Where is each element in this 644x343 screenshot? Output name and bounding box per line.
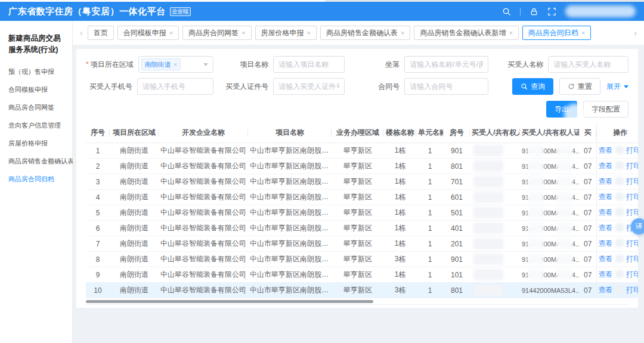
table-row[interactable]: 3 南朗街道 中山翠谷智能装备有限公司 中山市翠亨新区南朗股份合... 翠亨新区…	[86, 174, 638, 190]
redacted-name-blur	[473, 285, 503, 296]
table-row[interactable]: 5 南朗街道 中山翠谷智能装备有限公司 中山市翠亨新区南朗股份合... 翠亨新区…	[86, 205, 638, 221]
cell-buyer-name: ...	[470, 190, 520, 205]
view-link[interactable]: 查看	[599, 146, 613, 154]
page-tab[interactable]: 首页	[88, 26, 114, 40]
print-link[interactable]: 打印 ∨	[626, 255, 638, 263]
view-link[interactable]: 查看	[599, 270, 613, 279]
contract-no-input[interactable]	[404, 78, 488, 95]
page-tab[interactable]: 商品房销售金额确认表 ×	[320, 26, 410, 40]
cell-room: 901	[444, 252, 470, 267]
translate-float-button[interactable]: 译	[631, 218, 644, 234]
buyer-name-input[interactable]	[548, 56, 628, 73]
sidebar-item[interactable]: 商品房合同网签	[8, 99, 72, 117]
print-label: 打印	[626, 270, 638, 279]
horizontal-scrollbar[interactable]	[86, 299, 628, 304]
cell-seq: 3	[86, 174, 110, 190]
redacted-action-blur	[615, 162, 624, 169]
view-link[interactable]: 查看	[599, 286, 613, 294]
sidebar-item[interactable]: 合同模板申报	[8, 81, 72, 99]
tab-close-icon[interactable]: ×	[401, 29, 404, 36]
field-config-button[interactable]: 字段配置	[583, 101, 628, 118]
cell-unit: 1	[416, 190, 444, 205]
redacted-cert-blur	[528, 269, 544, 280]
print-label: 打印	[626, 208, 638, 217]
lock-icon[interactable]	[530, 7, 538, 16]
view-link[interactable]: 查看	[599, 193, 613, 201]
cell-buyer-cert: 91442000MA53L4...	[520, 267, 580, 283]
results-table: 序号 项目所在区域 开发企业名称 项目名称 业务办理区域 楼栋名称	[86, 123, 638, 298]
project-name-input[interactable]	[273, 56, 345, 73]
print-link[interactable]: 打印 ∨	[626, 146, 638, 154]
view-link[interactable]: 查看	[599, 177, 613, 186]
cell-project: 中山市翠亨新区南朗股份合...	[248, 267, 332, 283]
tab-close-icon[interactable]: ×	[581, 29, 585, 36]
sidebar-item[interactable]: 商品房销售金额确认表	[8, 153, 72, 171]
print-link[interactable]: 打印 ∨	[626, 208, 638, 217]
page-tab[interactable]: 房屋价格申报 ×	[255, 26, 317, 40]
page-tab[interactable]: 商品房销售金额确认表新增 ×	[414, 26, 518, 40]
region-select[interactable]: 南朗街道 ×	[138, 56, 214, 73]
sidebar-item[interactable]: 预（现）售申报	[8, 63, 72, 81]
print-link[interactable]: 打印 ∨	[626, 162, 638, 170]
scrollbar-thumb[interactable]	[86, 300, 373, 303]
view-link[interactable]: 查看	[599, 224, 613, 232]
cell-company: 中山翠谷智能装备有限公司	[159, 190, 248, 205]
table-row[interactable]: 7 南朗街道 中山翠谷智能装备有限公司 中山市翠亨新区南朗股份合... 翠亨新区…	[86, 236, 638, 252]
print-link[interactable]: 打印 ∨	[626, 193, 638, 201]
tab-close-icon[interactable]: ×	[307, 29, 311, 36]
location-label: 坐落	[353, 60, 400, 70]
buyer-id-input[interactable]	[273, 78, 345, 95]
table-row[interactable]: 1 南朗街道 中山翠谷智能装备有限公司 中山市翠亨新区南朗股份合... 翠亨新区…	[86, 143, 638, 159]
location-input[interactable]	[404, 56, 488, 73]
table-row[interactable]: 2 南朗街道 中山翠谷智能装备有限公司 中山市翠亨新区南朗股份合... 翠亨新区…	[86, 159, 638, 174]
region-tag[interactable]: 南朗街道 ×	[141, 58, 181, 70]
tabs-next-icon[interactable]: ›	[633, 28, 638, 38]
fullscreen-icon[interactable]	[547, 7, 556, 16]
column-header: 序号	[86, 123, 110, 143]
tab-close-icon[interactable]: ×	[509, 29, 512, 36]
tag-close-icon[interactable]: ×	[174, 61, 177, 68]
column-header: 买受人/共有权人证件号	[520, 123, 580, 143]
enterprise-badge: 企业端	[170, 7, 191, 16]
table-row[interactable]: 6 南朗街道 中山翠谷智能装备有限公司 中山市翠亨新区南朗股份合... 翠亨新区…	[86, 221, 638, 236]
redacted-name-blur	[473, 223, 503, 234]
table-row[interactable]: 10 南朗街道 中山翠谷智能装备有限公司 中山市翠亨新区南朗股份合... 翠亨新…	[86, 283, 638, 298]
print-link[interactable]: 打印 ∨	[626, 286, 638, 294]
table-row[interactable]: 8 南朗街道 中山翠谷智能装备有限公司 中山市翠亨新区南朗股份合... 翠亨新区…	[86, 252, 638, 267]
expand-link[interactable]: 展开	[606, 82, 628, 92]
tab-close-icon[interactable]: ×	[242, 29, 245, 36]
table-row[interactable]: 9 南朗街道 中山翠谷智能装备有限公司 中山市翠亨新区南朗股份合... 翠亨新区…	[86, 267, 638, 283]
page-tab[interactable]: 商品房合同归档 ×	[522, 26, 591, 40]
export-button[interactable]: 导出	[546, 101, 577, 118]
search-icon[interactable]	[502, 7, 511, 16]
print-label: 打印	[626, 286, 638, 294]
buyer-phone-input[interactable]	[137, 78, 213, 95]
cert-text: 91442000MA53L4...	[522, 287, 580, 294]
view-link[interactable]: 查看	[599, 239, 613, 248]
cell-company: 中山翠谷智能装备有限公司	[159, 221, 248, 236]
table-row[interactable]: 4 南朗街道 中山翠谷智能装备有限公司 中山市翠亨新区南朗股份合... 翠亨新区…	[86, 190, 638, 205]
cell-building: 1栋	[384, 221, 416, 236]
sidebar-item[interactable]: 意向客户信息管理	[8, 117, 72, 135]
user-info-redacted[interactable]	[565, 5, 636, 17]
redacted-cert-blur	[556, 145, 572, 156]
search-button-label: 查询	[531, 82, 545, 92]
view-link[interactable]: 查看	[599, 208, 613, 217]
page-tab[interactable]: 合同模板申报 ×	[117, 26, 179, 40]
cell-truncated: 07	[580, 267, 596, 283]
view-link[interactable]: 查看	[599, 162, 613, 170]
tabs-prev-icon[interactable]: ‹	[79, 28, 84, 38]
print-link[interactable]: 打印 ∨	[626, 177, 638, 186]
column-header: 业务办理区域	[332, 123, 384, 143]
app-root: 广东省数字住房（粤安居）一体化平台 企业端 新建商品房交易服务系统(行业) 预（…	[0, 0, 644, 343]
view-link[interactable]: 查看	[599, 255, 613, 263]
reset-button[interactable]: 重置	[559, 78, 600, 95]
sidebar-item[interactable]: 商品房合同归档	[8, 171, 72, 189]
print-link[interactable]: 打印 ∨	[626, 239, 638, 248]
tab-close-icon[interactable]: ×	[169, 29, 173, 36]
sidebar-item[interactable]: 房屋价格申报	[8, 135, 72, 153]
page-tab[interactable]: 商品房合同网签 ×	[182, 26, 251, 40]
cell-truncated: 07	[580, 159, 596, 174]
search-button[interactable]: 查询	[512, 78, 553, 95]
print-link[interactable]: 打印 ∨	[626, 270, 638, 279]
